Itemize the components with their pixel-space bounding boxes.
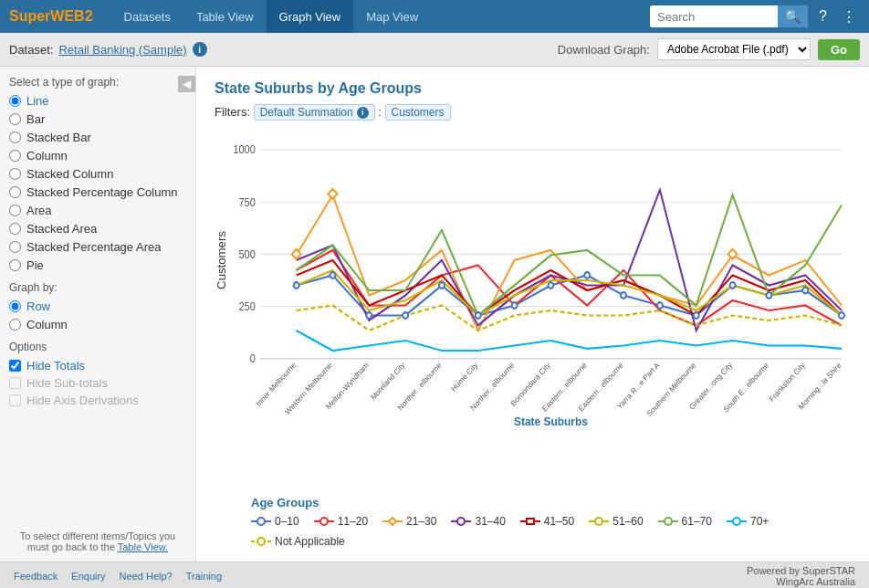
graph-by-label: Graph by: [9,281,186,294]
graph-type-stacked-pct-area[interactable]: Stacked Percentage Area [9,240,186,254]
svg-text:250: 250 [239,301,256,313]
legend-item-41-50: 41–50 [520,515,574,528]
nav-graph-view[interactable]: Graph View [267,0,354,33]
nav-datasets[interactable]: Datasets [111,0,183,33]
graph-type-column[interactable]: Column [9,149,186,163]
nav-map-view[interactable]: Map View [353,0,431,33]
legend-label-na: Not Applicable [275,535,345,548]
svg-text:Hume City: Hume City [449,360,479,394]
svg-point-65 [257,538,265,545]
menu-icon[interactable]: ⋮ [838,5,860,29]
search-box: 🔍 [650,5,808,27]
footer-feedback[interactable]: Feedback [14,571,58,582]
svg-point-55 [457,518,465,525]
graph-type-stacked-pct-column-label: Stacked Percentage Column [26,185,177,199]
search-button[interactable]: 🔍 [778,5,808,27]
svg-point-63 [733,518,740,525]
footer-training[interactable]: Training [186,571,222,582]
chart-svg: 1000 750 500 250 0 Customers Inner Melbo… [215,130,851,431]
legend-label-70plus: 70+ [750,515,769,528]
svg-point-59 [595,518,602,525]
legend-title: Age Groups [251,496,851,509]
graph-type-stacked-column-label: Stacked Column [26,167,113,181]
svg-marker-46 [328,189,337,199]
table-view-link[interactable]: Table View. [118,532,168,552]
dataset-info-icon[interactable]: i [193,42,207,57]
footer-need-help[interactable]: Need Help? [120,571,173,582]
svg-point-38 [621,292,626,299]
legend-item-11-20: 11–20 [314,515,368,528]
nav-right: 🔍 ? ⋮ [650,5,860,29]
options-label: Options [9,341,186,353]
help-icon[interactable]: ? [815,5,831,28]
graph-type-stacked-pct-column[interactable]: Stacked Percentage Column [9,185,186,199]
go-button[interactable]: Go [818,39,860,60]
graph-type-label: Select a type of graph: [9,76,186,89]
legend-item-61-70: 61–70 [658,515,712,528]
legend-label-61-70: 61–70 [682,515,712,528]
svg-point-30 [330,272,335,278]
chart-legend: Age Groups 0–10 11–20 21–30 [215,487,851,548]
graph-by-column[interactable]: Column [9,318,186,331]
svg-point-61 [665,518,672,525]
svg-point-42 [766,292,771,299]
legend-label-21-30: 21–30 [406,515,436,528]
dataset-link[interactable]: Retail Banking (Sample) [58,43,186,57]
bottom-hint: To select different items/Topics you mus… [0,530,195,552]
option-hide-subtotals[interactable]: Hide Sub-totals [9,376,186,390]
legend-label-51-60: 51–60 [612,515,643,528]
option-hide-totals-label: Hide Totals [26,359,85,373]
chart-wrapper: 1000 750 500 250 0 Customers Inner Melbo… [215,130,851,548]
graph-type-stacked-pct-area-label: Stacked Percentage Area [26,240,161,254]
graph-type-area[interactable]: Area [9,204,186,217]
svg-point-33 [439,282,445,289]
graph-by-row-label: Row [26,299,50,313]
svg-point-44 [839,312,844,319]
chart-svg-container: 1000 750 500 250 0 Customers Inner Melbo… [215,130,851,487]
download-format-select[interactable]: Adobe Acrobat File (.pdf) [657,38,811,60]
graph-type-area-label: Area [26,204,51,217]
option-hide-subtotals-label: Hide Sub-totals [26,376,108,390]
nav-table-view[interactable]: Table View [183,0,267,33]
legend-items: 0–10 11–20 21–30 31–40 [251,515,851,548]
svg-point-40 [694,312,699,319]
graph-type-group: Line Bar Stacked Bar Column Stacked Colu… [9,94,186,272]
footer-links: Feedback Enquiry Need Help? Training [14,571,222,582]
graph-type-line[interactable]: Line [9,94,186,108]
footer-brand-line2: WingArc Australia [747,576,855,587]
footer-enquiry[interactable]: Enquiry [71,571,105,582]
brand-logo: SuperWEB2 [9,8,93,25]
graph-by-row[interactable]: Row [9,299,186,313]
legend-item-70plus: 70+ [727,515,769,528]
graph-type-pie[interactable]: Pie [9,258,186,272]
filter-default-text: Default Summation [260,106,353,119]
graph-by-column-label: Column [26,318,68,331]
graph-type-stacked-column[interactable]: Stacked Column [9,167,186,181]
legend-label-11-20: 11–20 [338,515,368,528]
brand-suffix: 2 [85,8,93,24]
svg-text:Moreland City: Moreland City [369,360,407,402]
graph-type-pie-label: Pie [26,258,44,272]
legend-item-21-30: 21–30 [382,515,436,528]
option-hide-totals[interactable]: Hide Totals [9,359,186,373]
graph-type-stacked-area[interactable]: Stacked Area [9,222,186,236]
svg-text:0: 0 [250,353,256,365]
footer-brand: Powered by SuperSTAR WingArc Australia [747,565,855,587]
dataset-bar: Dataset: Retail Banking (Sample) i Downl… [0,33,869,67]
svg-point-34 [476,312,481,319]
graph-type-stacked-bar[interactable]: Stacked Bar [9,131,186,144]
svg-text:500: 500 [239,248,256,260]
legend-item-51-60: 51–60 [589,515,643,528]
graph-type-bar[interactable]: Bar [9,112,186,126]
graph-by-group: Row Column [9,299,186,331]
svg-rect-57 [527,519,534,524]
sidebar-collapse-button[interactable]: ◀ [178,76,195,92]
chart-area: State Suburbs by Age Groups Filters: Def… [196,67,869,562]
option-hide-axis[interactable]: Hide Axis Derivations [9,394,186,407]
download-section: Download Graph: Adobe Acrobat File (.pdf… [558,38,860,60]
search-input[interactable] [650,6,778,27]
legend-label-31-40: 31–40 [475,515,505,528]
brand-name: SuperWEB [9,8,85,24]
svg-text:1000: 1000 [233,144,255,156]
filter-info-icon[interactable]: i [357,107,369,119]
